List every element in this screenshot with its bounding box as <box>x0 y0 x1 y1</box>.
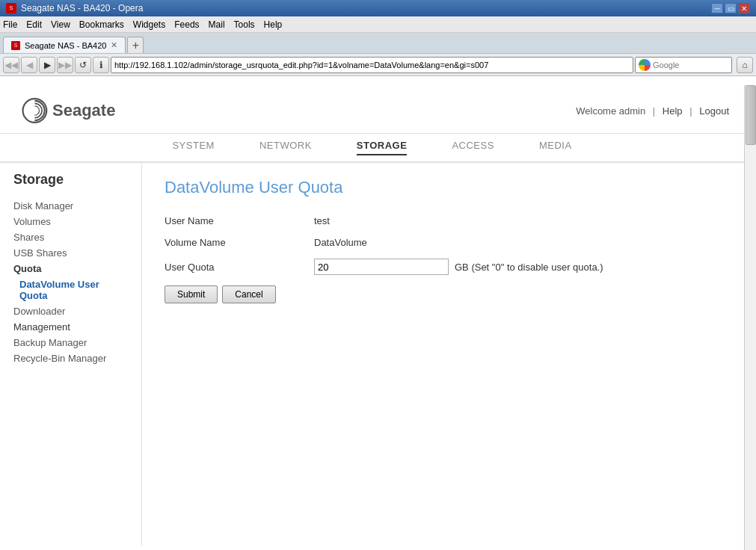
forward-button[interactable]: ▶ <box>39 57 55 73</box>
back-button-far[interactable]: ◀◀ <box>3 57 19 73</box>
menu-mail[interactable]: Mail <box>209 19 225 30</box>
tab-label: Seagate NAS - BA420 <box>25 41 106 50</box>
google-icon <box>639 59 651 71</box>
home-button[interactable]: ⌂ <box>737 57 753 73</box>
tab-close-button[interactable]: ✕ <box>111 40 117 50</box>
tab-favicon: S <box>11 41 20 50</box>
menu-file[interactable]: File <box>3 19 17 30</box>
browser-menubar: File Edit View Bookmarks Widgets Feeds M… <box>0 16 756 33</box>
back-button[interactable]: ◀ <box>21 57 37 73</box>
address-bar[interactable] <box>111 57 633 73</box>
restore-button[interactable]: ▭ <box>725 3 737 13</box>
new-tab-button[interactable]: + <box>127 37 144 53</box>
menu-edit[interactable]: Edit <box>26 19 42 30</box>
info-button[interactable]: ℹ <box>93 57 109 73</box>
window-controls: ─ ▭ ✕ <box>711 3 750 13</box>
browser-titlebar: S Seagate NAS - BA420 - Opera ─ ▭ ✕ <box>0 0 756 16</box>
nav-toolbar: ◀◀ ◀ ▶ ▶▶ ↺ ℹ ⌂ <box>0 54 756 76</box>
menu-help[interactable]: Help <box>264 19 283 30</box>
search-input[interactable] <box>653 61 720 69</box>
minimize-button[interactable]: ─ <box>711 3 723 13</box>
menu-tools[interactable]: Tools <box>234 19 255 30</box>
browser-favicon: S <box>6 3 16 13</box>
menu-widgets[interactable]: Widgets <box>133 19 165 30</box>
menu-feeds[interactable]: Feeds <box>174 19 199 30</box>
reload-button[interactable]: ↺ <box>75 57 91 73</box>
menu-view[interactable]: View <box>51 19 70 30</box>
tab-bar: S Seagate NAS - BA420 ✕ + <box>0 33 756 54</box>
browser-tab[interactable]: S Seagate NAS - BA420 ✕ <box>3 37 126 53</box>
browser-title: Seagate NAS - BA420 - Opera <box>21 3 143 13</box>
menu-bookmarks[interactable]: Bookmarks <box>79 19 124 30</box>
forward-button-far[interactable]: ▶▶ <box>57 57 73 73</box>
close-button[interactable]: ✕ <box>738 3 750 13</box>
